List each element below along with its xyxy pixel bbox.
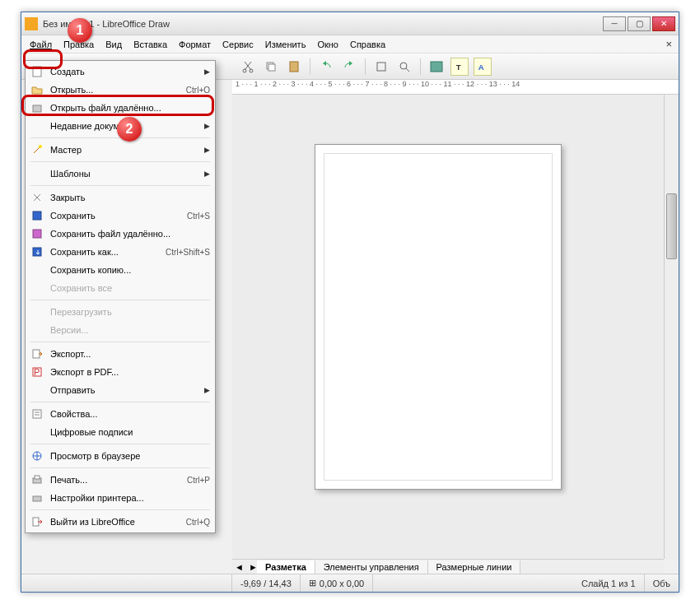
chevron-right-icon: ▶ [204,386,210,394]
menu-item-print[interactable]: Печать... Ctrl+P [26,471,215,489]
maximize-button[interactable]: ▢ [628,16,651,31]
menu-format[interactable]: Формат [174,37,216,52]
menu-item-templates[interactable]: Шаблоны ▶ [26,165,215,183]
menu-modify[interactable]: Изменить [260,37,311,52]
save-as-icon [29,245,45,258]
svg-rect-22 [35,476,40,479]
svg-rect-24 [33,518,39,526]
menu-item-save-all: Сохранить все [26,279,215,297]
menu-item-save[interactable]: Сохранить Ctrl+S [26,207,215,225]
window-title: Без имени 1 - LibreOffice Draw [43,19,603,29]
menu-file[interactable]: Файл [25,37,57,52]
scrollbar-thumb[interactable] [666,193,677,259]
svg-text:P: P [34,367,40,377]
menu-item-export[interactable]: Экспорт... [26,345,215,363]
page-canvas[interactable] [315,144,562,490]
tab-controls[interactable]: Элементы управления [315,560,428,574]
svg-rect-13 [33,212,41,220]
printer-settings-icon [29,491,45,504]
menu-item-save-copy[interactable]: Сохранить копию... [26,261,215,279]
folder-open-icon [29,83,45,96]
svg-rect-5 [377,63,385,71]
menu-item-send[interactable]: Отправить ▶ [26,381,215,399]
cloud-open-icon [29,101,45,114]
callout-1-badge: 1 [68,18,92,43]
chevron-right-icon: ▶ [204,67,210,76]
menubar: Файл Правка Вид Вставка Формат Сервис Из… [21,35,679,53]
chevron-right-icon: ▶ [204,170,210,178]
vertical-scrollbar[interactable] [664,95,679,559]
svg-rect-19 [33,410,41,418]
properties-icon [29,407,45,421]
app-window: Без имени 1 - LibreOffice Draw ─ ▢ ✕ Фай… [21,12,679,593]
minimize-button[interactable]: ─ [603,16,626,31]
menu-window[interactable]: Окно [312,37,343,52]
svg-rect-16 [33,350,40,358]
close-document-button[interactable]: × [662,38,675,50]
menu-item-open[interactable]: Открыть... Ctrl+O [26,81,215,99]
menu-item-export-pdf[interactable]: P Экспорт в PDF... [26,363,215,381]
menu-item-open-remote[interactable]: Открыть файл удалённо... [26,99,215,117]
menu-tools[interactable]: Сервис [217,37,259,52]
svg-rect-7 [431,62,442,72]
crop-icon[interactable] [372,58,390,76]
image-icon[interactable] [427,58,446,76]
menu-item-browser-view[interactable]: Просмотр в браузере [26,447,215,465]
menu-item-wizard[interactable]: Мастер ▶ [26,141,215,159]
chevron-right-icon: ▶ [204,146,210,154]
redo-icon[interactable] [340,58,358,76]
svg-rect-3 [268,64,275,71]
export-icon [29,347,45,360]
menu-item-save-as[interactable]: Сохранить как... Ctrl+Shift+S [26,243,215,261]
status-slide: Слайд 1 из 1 [573,574,645,592]
status-object: Объ [645,574,679,592]
cut-icon[interactable] [239,58,257,76]
close-icon [29,191,45,204]
svg-rect-11 [33,105,41,112]
titlebar: Без имени 1 - LibreOffice Draw ─ ▢ ✕ [21,12,679,35]
menu-item-printer-settings[interactable]: Настройки принтера... [26,489,215,507]
menu-help[interactable]: Справка [345,37,390,52]
bottom-tabs: ◄► Разметка Элементы управления Размерны… [232,559,664,574]
menu-item-close[interactable]: Закрыть [26,188,215,207]
save-icon [29,209,45,222]
undo-icon[interactable] [317,58,335,76]
svg-text:A: A [478,63,484,72]
paste-icon[interactable] [285,58,303,76]
doc-icon [25,17,38,30]
svg-point-6 [400,63,407,69]
svg-point-12 [39,145,42,148]
svg-rect-4 [290,62,298,72]
fontwork-icon[interactable]: A [474,58,492,76]
menu-view[interactable]: Вид [100,37,127,52]
printer-icon [29,473,45,486]
menu-item-signatures[interactable]: Цифровые подписи [26,423,215,441]
menu-item-properties[interactable]: Свойства... [26,405,215,423]
exit-icon [29,515,45,528]
svg-text:T: T [456,63,461,72]
svg-rect-23 [33,496,41,501]
svg-rect-10 [33,67,41,77]
zoom-icon[interactable] [395,58,413,76]
callout-2-badge: 2 [117,117,142,142]
save-remote-icon [29,227,45,240]
menu-item-create[interactable]: Создать ▶ [26,63,215,81]
wizard-icon [29,143,45,156]
menu-item-versions: Версии... [26,321,215,339]
globe-icon [29,449,45,463]
chevron-right-icon: ▶ [204,122,210,130]
tab-dimensions[interactable]: Размерные линии [428,560,521,574]
text-icon[interactable]: T [450,58,469,76]
page-margins [324,153,553,481]
canvas-area[interactable] [232,95,679,559]
menu-insert[interactable]: Вставка [128,37,172,52]
svg-rect-14 [33,230,41,238]
tab-layout[interactable]: Разметка [257,560,315,574]
close-button[interactable]: ✕ [652,16,675,31]
menu-item-exit[interactable]: Выйти из LibreOffice Ctrl+Q [26,513,215,531]
copy-icon[interactable] [262,58,280,76]
status-size: ⊞0,00 x 0,00 [301,574,373,592]
svg-rect-15 [33,248,41,256]
menu-item-save-remote[interactable]: Сохранить файл удалённо... [26,225,215,243]
statusbar: -9,69 / 14,43 ⊞0,00 x 0,00 Слайд 1 из 1 … [21,574,679,592]
